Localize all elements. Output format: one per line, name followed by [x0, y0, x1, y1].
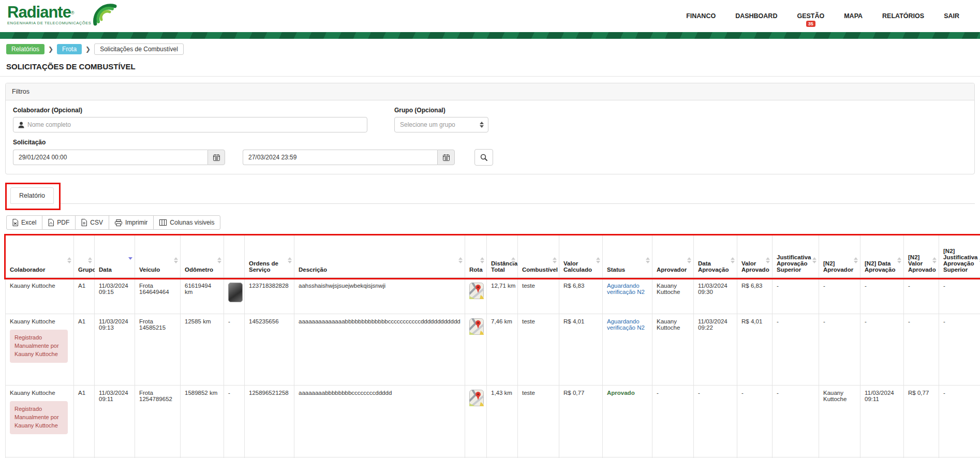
col-header-odometro[interactable]: Odômetro [181, 235, 224, 278]
col-header-justificativa[interactable]: Justificativa Aprovação Superior [773, 235, 819, 278]
nav-item-mapa[interactable]: MAPA [844, 9, 863, 23]
route-map-icon[interactable] [469, 390, 484, 406]
pdf-button[interactable]: PDF [42, 215, 76, 230]
date-to-input[interactable] [243, 150, 437, 165]
pdf-file-icon [48, 219, 54, 226]
csv-button[interactable]: CSV [75, 215, 109, 230]
nav-item-financo[interactable]: FINANCO [686, 9, 716, 23]
cell-data-aprovacao: - [694, 386, 737, 457]
annotation-red-box-relatorio: Relatório [5, 183, 61, 210]
report-tab[interactable]: Relatório [10, 187, 54, 204]
cell-justificativa: - [773, 386, 819, 457]
colaborador-label: Colaborador (Opcional) [13, 107, 367, 114]
cell-foto [224, 278, 245, 314]
col-header-n2-data-aprovacao[interactable]: [N2] Data Aprovação [860, 235, 904, 278]
printer-icon [115, 219, 122, 226]
col-header-valor-calculado[interactable]: Valor Calculado [559, 235, 603, 278]
cell-valor-aprovado: - [737, 386, 773, 457]
odometer-photo-thumbnail[interactable] [228, 283, 243, 302]
cell-combustivel: teste [518, 314, 559, 386]
cell-justificativa: - [773, 278, 819, 314]
cell-odometro: 12585 km [181, 314, 224, 386]
visible-columns-button[interactable]: Colunas visiveis [153, 215, 220, 230]
nav-item-relatorios[interactable]: RELATÓRIOS [882, 9, 924, 23]
cell-justificativa: - [773, 314, 819, 386]
nav-item-gestao[interactable]: GESTÃO 35 [797, 9, 824, 23]
gestao-notification-badge: 35 [806, 21, 815, 27]
col-header-data-aprovacao[interactable]: Data Aprovação [694, 235, 737, 278]
cell-distancia: 1,43 km [487, 386, 518, 457]
cell-colaborador: Kauany Kuttoche Registrado Manualmente p… [6, 314, 74, 386]
logo-tagline: ENGENHARIA DE TELECOMUNICAÇÕES [7, 21, 91, 25]
col-header-colaborador[interactable]: Colaborador [6, 235, 74, 278]
cell-ordens: 123718382828 [245, 278, 294, 314]
col-header-valor-aprovado[interactable]: Valor Aprovado [737, 235, 773, 278]
sort-icon [731, 257, 735, 263]
cell-combustivel: teste [518, 278, 559, 314]
cell-status: Aguardando verificação N2 [603, 314, 652, 386]
sort-icon [67, 257, 71, 263]
excel-button[interactable]: Excel [6, 215, 42, 230]
search-button[interactable] [474, 149, 493, 166]
col-header-n2-aprovador[interactable]: [N2] Aprovador [819, 235, 860, 278]
cell-n2-aprovador: Kauany Kuttoche [819, 386, 860, 457]
col-header-aprovador[interactable]: Aprovador [652, 235, 694, 278]
person-icon [18, 122, 24, 128]
col-header-veiculo[interactable]: Veículo [135, 235, 181, 278]
csv-file-icon [81, 219, 87, 226]
cell-foto: - [224, 386, 245, 457]
grupo-select[interactable]: Selecione um grupo [394, 117, 488, 132]
nav-item-sair[interactable]: SAIR [944, 9, 959, 23]
col-header-ordens-servico[interactable]: Ordens de Serviço [245, 235, 294, 278]
sort-icon [766, 257, 770, 263]
colaborador-input[interactable] [27, 121, 367, 128]
col-header-n2-valor-aprovado[interactable]: [N2] Valor Aprovado [904, 235, 939, 278]
col-header-distancia-total[interactable]: Distância Total [487, 235, 518, 278]
col-header-status[interactable]: Status [603, 235, 652, 278]
date-from-calendar-button[interactable] [207, 150, 225, 165]
route-map-icon[interactable] [469, 318, 484, 335]
cell-n2-data-aprovacao: - [860, 314, 904, 386]
breadcrumb-separator: ❯ [48, 46, 53, 53]
col-header-combustivel[interactable]: Combustível [518, 235, 559, 278]
cell-valor-calculado: R$ 0,77 [559, 386, 603, 457]
cell-veiculo: Frota 164649464 [135, 278, 181, 314]
status-link-pending[interactable]: Aguardando verificação N2 [607, 318, 645, 331]
cell-grupo: A1 [74, 386, 95, 457]
sort-icon [217, 257, 221, 263]
report-panel-top-border [5, 203, 975, 204]
filters-panel-title: Filtros [6, 83, 974, 100]
date-from-input[interactable] [13, 150, 207, 165]
filters-panel: Filtros Colaborador (Opcional) Grupo (Op… [5, 83, 975, 174]
cell-data: 11/03/2024 09:13 [95, 314, 135, 386]
cell-ordens: 145235656 [245, 314, 294, 386]
select-spinner-icon [480, 122, 484, 128]
breadcrumb-frota[interactable]: Frota [57, 44, 82, 54]
sort-icon [174, 257, 178, 263]
cell-aprovador: Kauany Kuttoche [652, 278, 694, 314]
cell-n2-valor-aprovado: - [904, 278, 939, 314]
col-header-descricao[interactable]: Descrição [294, 235, 465, 278]
col-header-rota[interactable]: Rota [465, 235, 487, 278]
colaborador-input-wrap [13, 117, 367, 132]
cell-aprovador: Kauany Kuttoche [652, 314, 694, 386]
logo-swirl-icon [90, 1, 117, 28]
print-button[interactable]: Imprimir [109, 215, 154, 230]
sort-icon [288, 257, 292, 263]
col-header-n2-justificativa[interactable]: [N2] Justificativa Aprovação Superior [939, 235, 980, 278]
cell-valor-calculado: R$ 4,01 [559, 314, 603, 386]
cell-n2-valor-aprovado: R$ 0,77 [904, 386, 939, 457]
breadcrumb-relatorios[interactable]: Relatórios [6, 44, 44, 54]
main-nav: FINANCO DASHBOARD GESTÃO 35 MAPA RELATÓR… [686, 9, 959, 23]
nav-item-dashboard[interactable]: DASHBOARD [735, 9, 777, 23]
col-header-data[interactable]: Data [95, 235, 135, 278]
route-map-icon[interactable] [469, 283, 484, 299]
cell-data: 11/03/2024 09:15 [95, 278, 135, 314]
col-header-grupo[interactable]: Grupo [74, 235, 95, 278]
cell-status: Aprovado [603, 386, 652, 457]
cell-veiculo: Frota 14585215 [135, 314, 181, 386]
status-link-pending[interactable]: Aguardando verificação N2 [607, 283, 645, 295]
cell-distancia: 12,71 km [487, 278, 518, 314]
date-to-calendar-button[interactable] [437, 150, 455, 165]
cell-valor-aprovado: R$ 4,01 [737, 314, 773, 386]
